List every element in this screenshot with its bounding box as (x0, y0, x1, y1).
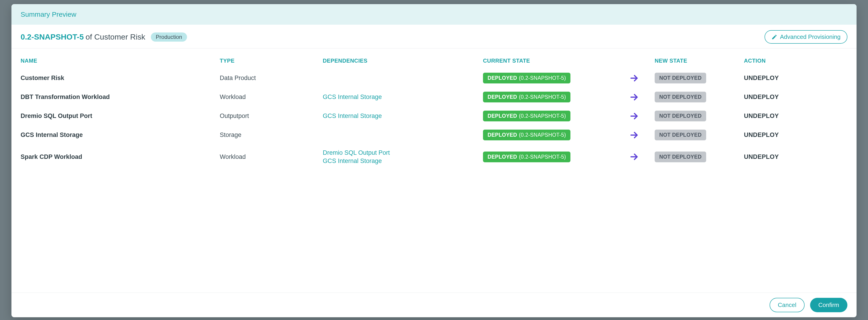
row-current-state: DEPLOYED(0.2-SNAPSHOT-5) (483, 126, 629, 144)
row-action: UNDEPLOY (744, 127, 847, 143)
row-new-state: NOT DEPLOYED (655, 107, 744, 126)
dependency-link[interactable]: GCS Internal Storage (323, 157, 483, 165)
col-type: TYPE (220, 48, 323, 69)
dependency-link[interactable]: Dremio SQL Output Port (323, 149, 483, 157)
row-action: UNDEPLOY (744, 108, 847, 123)
not-deployed-badge: NOT DEPLOYED (655, 130, 706, 140)
advanced-provisioning-label: Advanced Provisioning (780, 33, 841, 40)
deployed-badge: DEPLOYED(0.2-SNAPSHOT-5) (483, 73, 570, 83)
title-bar: 0.2-SNAPSHOT-5 of Customer Risk Producti… (11, 25, 857, 48)
badge-version: (0.2-SNAPSHOT-5) (519, 154, 566, 160)
modal-header: Summary Preview (11, 4, 857, 25)
dependency-link[interactable]: GCS Internal Storage (323, 93, 483, 101)
row-name: Spark CDP Workload (21, 149, 220, 165)
badge-state: DEPLOYED (488, 154, 517, 160)
row-dependencies: GCS Internal Storage (323, 108, 483, 124)
row-type: Data Product (220, 70, 323, 86)
row-new-state: NOT DEPLOYED (655, 69, 744, 87)
modal-footer: Cancel Confirm (11, 292, 857, 317)
col-action: ACTION (744, 48, 847, 69)
row-type: Outputport (220, 108, 323, 123)
not-deployed-badge: NOT DEPLOYED (655, 151, 706, 162)
row-current-state: DEPLOYED(0.2-SNAPSHOT-5) (483, 107, 629, 126)
row-type: Storage (220, 127, 323, 143)
badge-version: (0.2-SNAPSHOT-5) (519, 113, 566, 119)
row-current-state: DEPLOYED(0.2-SNAPSHOT-5) (483, 87, 629, 107)
row-dependencies (323, 131, 483, 139)
row-type: Workload (220, 90, 323, 105)
provisioning-table: NAMETYPEDEPENDENCIESCURRENT STATENEW STA… (11, 48, 857, 292)
title-entity: Customer Risk (94, 32, 145, 41)
badge-state: DEPLOYED (488, 113, 517, 119)
col-dependencies: DEPENDENCIES (323, 48, 483, 69)
title-of: of Customer Risk (86, 32, 145, 41)
deployed-badge: DEPLOYED(0.2-SNAPSHOT-5) (483, 151, 570, 162)
row-dependencies: GCS Internal Storage (323, 89, 483, 105)
row-dependencies: Dremio SQL Output PortGCS Internal Stora… (323, 144, 483, 169)
row-action: UNDEPLOY (744, 90, 847, 105)
row-dependencies (323, 74, 483, 82)
pencil-icon (771, 34, 777, 40)
badge-state: DEPLOYED (488, 94, 517, 100)
badge-version: (0.2-SNAPSHOT-5) (519, 132, 566, 138)
col-new-state: NEW STATE (655, 48, 744, 69)
title-of-word: of (86, 32, 92, 41)
row-current-state: DEPLOYED(0.2-SNAPSHOT-5) (483, 147, 629, 167)
row-name: GCS Internal Storage (21, 127, 220, 143)
arrow-right-icon (629, 127, 655, 144)
row-name: Dremio SQL Output Port (21, 108, 220, 123)
col-name: NAME (21, 48, 220, 69)
badge-state: DEPLOYED (488, 132, 517, 138)
deployed-badge: DEPLOYED(0.2-SNAPSHOT-5) (483, 130, 570, 140)
confirm-button[interactable]: Confirm (810, 298, 847, 312)
not-deployed-badge: NOT DEPLOYED (655, 111, 706, 121)
arrow-right-icon (629, 148, 655, 166)
deployed-badge: DEPLOYED(0.2-SNAPSHOT-5) (483, 111, 570, 121)
badge-version: (0.2-SNAPSHOT-5) (519, 94, 566, 100)
col-arrow (629, 52, 655, 65)
row-current-state: DEPLOYED(0.2-SNAPSHOT-5) (483, 69, 629, 87)
row-new-state: NOT DEPLOYED (655, 126, 744, 144)
summary-preview-modal: Summary Preview 0.2-SNAPSHOT-5 of Custom… (11, 4, 857, 317)
arrow-right-icon (629, 88, 655, 106)
row-action: UNDEPLOY (744, 70, 847, 86)
row-type: Workload (220, 149, 323, 165)
version-label: 0.2-SNAPSHOT-5 (21, 32, 84, 41)
col-current-state: CURRENT STATE (483, 48, 629, 69)
not-deployed-badge: NOT DEPLOYED (655, 73, 706, 83)
arrow-right-icon (629, 107, 655, 125)
advanced-provisioning-button[interactable]: Advanced Provisioning (765, 30, 848, 44)
badge-version: (0.2-SNAPSHOT-5) (519, 75, 566, 81)
badge-state: DEPLOYED (488, 75, 517, 81)
cancel-button[interactable]: Cancel (770, 298, 805, 312)
row-new-state: NOT DEPLOYED (655, 87, 744, 107)
row-name: DBT Transformation Workload (21, 90, 220, 105)
not-deployed-badge: NOT DEPLOYED (655, 92, 706, 102)
row-new-state: NOT DEPLOYED (655, 147, 744, 167)
dependency-link[interactable]: GCS Internal Storage (323, 112, 483, 120)
deployed-badge: DEPLOYED(0.2-SNAPSHOT-5) (483, 92, 570, 102)
modal-title: Summary Preview (21, 10, 76, 18)
environment-pill: Production (151, 32, 187, 42)
row-name: Customer Risk (21, 70, 220, 86)
row-action: UNDEPLOY (744, 149, 847, 165)
arrow-right-icon (629, 70, 655, 87)
